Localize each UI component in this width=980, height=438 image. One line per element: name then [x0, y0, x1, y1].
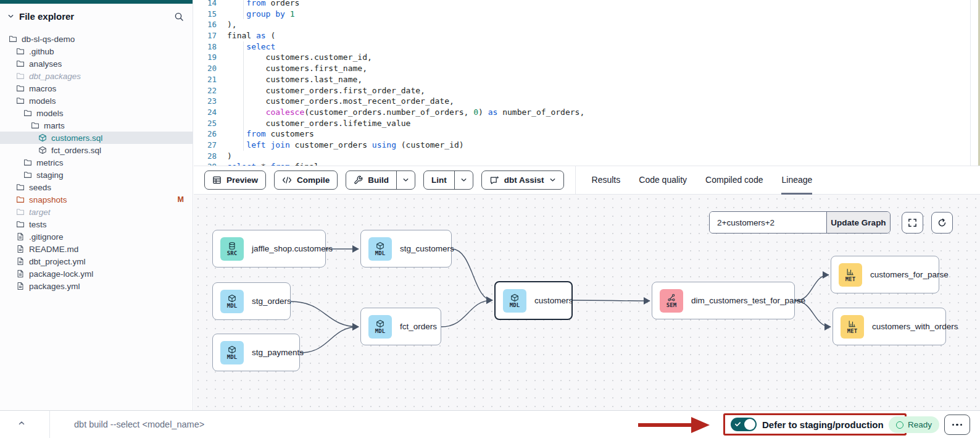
code-text: from customers [217, 129, 314, 138]
compile-button[interactable]: Compile [274, 171, 338, 190]
sidebar-item-analyses[interactable]: analyses [0, 57, 193, 70]
dbt-cloud-ide: File explorer db-sl-qs-demo.githubanalys… [0, 0, 980, 438]
dbt-assist-button[interactable]: dbt Assist [481, 171, 564, 190]
tab-results[interactable]: Results [592, 166, 621, 195]
indent-guide [243, 9, 244, 20]
sidebar-item-seeds[interactable]: seeds [0, 181, 193, 193]
code-line: 15 group by 1 [194, 9, 980, 20]
build-button[interactable]: Build [346, 171, 415, 190]
build-menu-button[interactable] [396, 171, 415, 189]
sidebar-item-label: db-sl-qs-demo [22, 35, 75, 44]
lint-button-main[interactable]: Lint [424, 171, 454, 189]
refresh-icon [937, 218, 947, 227]
assist-icon [489, 175, 499, 185]
sidebar-item-metrics[interactable]: metrics [0, 156, 193, 169]
sidebar-item-gitignore[interactable]: .gitignore [0, 230, 193, 243]
defer-toggle[interactable] [731, 418, 757, 431]
sidebar-item-staging[interactable]: staging [0, 169, 193, 181]
code-editor[interactable]: 14 from orders15 group by 116),17final a… [194, 0, 980, 166]
preview-button[interactable]: Preview [204, 171, 266, 190]
command-bar: Defer to staging/production ? Ready [0, 410, 980, 438]
lineage-node-customers_for_parse[interactable]: METcustomers_for_parse [831, 256, 939, 293]
lineage-filter-input[interactable] [710, 212, 826, 233]
node-type-label: MDL [227, 354, 237, 360]
chevron-down-icon[interactable] [7, 13, 14, 20]
indent-guide [243, 0, 244, 9]
code-text: select [217, 42, 275, 51]
node-type-badge: MDL [220, 341, 244, 364]
file-icon [16, 232, 25, 241]
tab-lineage[interactable]: Lineage [781, 166, 812, 195]
tab-compiled-code[interactable]: Compiled code [705, 166, 763, 195]
lineage-canvas[interactable]: Update Graph SRCjaffle_shop.customersMDL… [194, 195, 980, 410]
update-graph-button[interactable]: Update Graph [826, 212, 890, 233]
chevron-up-icon[interactable] [17, 419, 26, 427]
fullscreen-icon [908, 218, 917, 227]
node-type-badge: MDL [368, 237, 392, 261]
code-text: left join customer_orders using (custome… [217, 140, 464, 150]
sidebar-item-label: seeds [29, 183, 51, 192]
preview-button-main[interactable]: Preview [205, 171, 265, 189]
line-number: 21 [194, 74, 217, 85]
node-type-badge: SRC [220, 237, 244, 261]
file-icon [16, 257, 25, 266]
file-explorer-header: File explorer [0, 4, 193, 28]
sidebar-item-readme-md[interactable]: README.md [0, 243, 193, 255]
sidebar-item-github[interactable]: .github [0, 45, 193, 57]
sidebar-item-customers-sql[interactable]: customers.sql [0, 132, 193, 144]
line-number: 18 [194, 41, 217, 53]
lineage-node-stg_payments[interactable]: MDLstg_payments [212, 334, 300, 371]
indent-guide [243, 52, 244, 63]
node-label: stg_orders [252, 297, 291, 306]
sidebar-item-macros[interactable]: macros [0, 82, 193, 95]
sidebar-item-dbt-packages[interactable]: dbt_packages [0, 70, 193, 82]
tab-code-quality[interactable]: Code quality [639, 166, 687, 195]
node-label: customers_for_parse [870, 270, 949, 279]
sidebar-item-marts[interactable]: marts [0, 119, 193, 132]
build-button-main[interactable]: Build [346, 171, 396, 189]
indent-guide [243, 118, 244, 129]
cube-icon [376, 319, 384, 328]
sidebar-item-tests[interactable]: tests [0, 218, 193, 230]
lineage-node-dim_customers_test_for_parse[interactable]: SEMdim_customers_test_for_parse [652, 282, 795, 319]
lineage-node-customers_with_orders[interactable]: METcustomers_with_orders [833, 308, 946, 345]
folder-icon [16, 96, 25, 105]
code-line: 17final as ( [194, 30, 980, 41]
sidebar-item-packages-yml[interactable]: packages.yml [0, 280, 193, 292]
sidebar-item-dbt-project-yml[interactable]: dbt_project.yml [0, 255, 193, 267]
chevron-down-icon [549, 177, 556, 183]
code-line: 23 customer_orders.most_recent_order_dat… [194, 96, 980, 107]
lint-button[interactable]: Lint [423, 171, 473, 190]
node-type-label: MET [847, 328, 857, 334]
sidebar-item-models[interactable]: models [0, 107, 193, 119]
table-icon [212, 175, 222, 185]
file-icon [16, 245, 25, 253]
lineage-node-customers[interactable]: MDLcustomers [494, 281, 573, 320]
more-options-button[interactable] [944, 415, 970, 435]
fullscreen-button[interactable] [902, 212, 923, 234]
sidebar-item-fct-orders-sql[interactable]: fct_orders.sql [0, 144, 193, 156]
compile-button-main[interactable]: Compile [275, 171, 337, 189]
sidebar-item-target[interactable]: target [0, 206, 193, 218]
sidebar-item-package-lock-yml[interactable]: package-lock.yml [0, 267, 193, 280]
lineage-node-fct_orders[interactable]: MDLfct_orders [360, 308, 441, 345]
cube-icon [228, 294, 236, 303]
command-input[interactable] [74, 416, 605, 432]
refresh-button[interactable] [931, 212, 953, 234]
lint-menu-button[interactable] [454, 171, 473, 189]
action-buttons: PreviewCompileBuildLintdbt Assist [194, 171, 564, 190]
sidebar-item-snapshots[interactable]: snapshotsM [0, 193, 193, 206]
sidebar-item-label: README.md [29, 245, 78, 254]
lineage-node-stg_orders[interactable]: MDLstg_orders [212, 282, 291, 320]
lineage-node-jaffle_shop_customers[interactable]: SRCjaffle_shop.customers [212, 230, 326, 267]
folder-icon [23, 158, 32, 167]
sidebar-item-db-sl-qs-demo[interactable]: db-sl-qs-demo [0, 33, 193, 45]
sidebar-item-models[interactable]: models [0, 95, 193, 107]
dbt-assist-button-main[interactable]: dbt Assist [482, 171, 563, 189]
sidebar-item-label: tests [29, 220, 47, 229]
sidebar-item-label: metrics [36, 158, 64, 167]
lineage-node-stg_customers[interactable]: MDLstg_customers [360, 230, 452, 267]
search-icon[interactable] [174, 12, 184, 22]
editor-scrollbar[interactable] [970, 0, 971, 166]
line-number: 23 [194, 96, 217, 107]
